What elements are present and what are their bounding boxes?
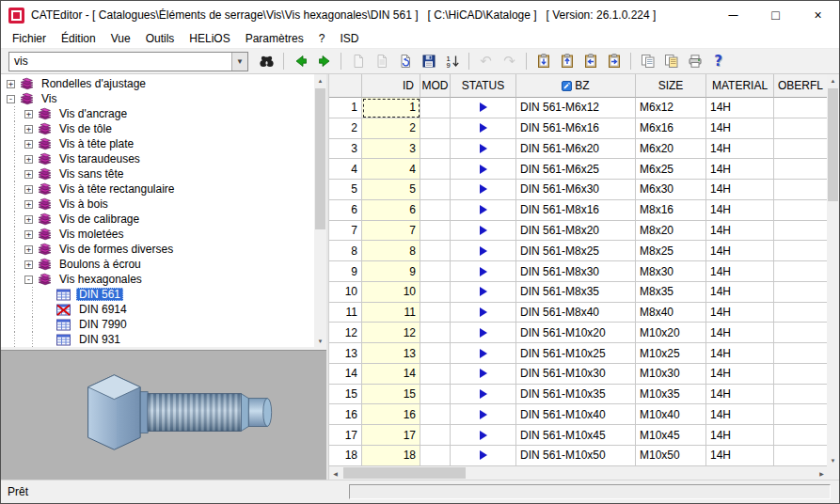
cell-bz[interactable]: DIN 561-M10x35 <box>516 385 636 405</box>
cell-material[interactable]: 14H <box>706 241 774 261</box>
row-number-cell[interactable]: 3 <box>329 139 362 160</box>
cell-oberfl[interactable] <box>774 200 828 221</box>
row-number-cell[interactable]: 14 <box>329 364 362 385</box>
sort-button[interactable]: 19 <box>441 51 463 71</box>
cell-bz[interactable]: DIN 561-M8x40 <box>516 303 636 323</box>
undo-button[interactable]: ↶ <box>475 51 497 71</box>
hscrollbar-thumb[interactable] <box>343 467 466 479</box>
cell-material[interactable]: 14H <box>706 98 774 118</box>
cell-id[interactable]: 7 <box>362 221 420 242</box>
cell-bz[interactable]: DIN 561-M6x12 <box>516 98 636 118</box>
expand-icon[interactable]: + <box>24 200 33 209</box>
row-number-cell[interactable]: 15 <box>329 385 362 405</box>
cell-status[interactable] <box>451 159 516 180</box>
cell-material[interactable]: 14H <box>706 139 774 160</box>
cell-size[interactable]: M6x16 <box>636 118 706 139</box>
cell-mod[interactable] <box>420 282 451 303</box>
row-number-cell[interactable]: 18 <box>329 446 362 466</box>
expand-icon[interactable]: + <box>24 260 33 269</box>
collapse-icon[interactable]: - <box>7 95 15 103</box>
nav-forward-button[interactable] <box>313 51 335 71</box>
dropdown-arrow-icon[interactable]: ▼ <box>231 53 247 71</box>
expand-icon[interactable]: + <box>24 245 33 254</box>
open-table-button[interactable] <box>371 51 392 71</box>
tree-item[interactable]: +Vis de formes diverses <box>1 242 314 257</box>
cell-mod[interactable] <box>420 139 451 160</box>
cell-size[interactable]: M8x20 <box>636 221 706 242</box>
cell-material[interactable]: 14H <box>706 404 774 425</box>
row-number-cell[interactable]: 12 <box>329 323 362 343</box>
expand-icon[interactable]: + <box>24 230 33 239</box>
cell-mod[interactable] <box>420 303 451 323</box>
cell-material[interactable]: 14H <box>706 364 774 385</box>
cell-material[interactable]: 14H <box>706 180 774 200</box>
menu-item-edition[interactable]: Édition <box>54 30 103 47</box>
cell-status[interactable] <box>451 425 516 446</box>
column-header-size[interactable]: SIZE <box>636 74 706 98</box>
tree-scrollbar-track[interactable] <box>314 87 326 335</box>
paste-append-button[interactable] <box>556 51 578 71</box>
hscrollbar-track[interactable] <box>341 466 816 480</box>
cell-size[interactable]: M8x35 <box>636 282 706 303</box>
cell-mod[interactable] <box>420 385 451 405</box>
reload-table-button[interactable] <box>394 51 416 71</box>
cell-status[interactable] <box>451 323 516 343</box>
cell-id[interactable]: 12 <box>362 323 420 343</box>
cell-material[interactable]: 14H <box>706 282 774 303</box>
cell-bz[interactable]: DIN 561-M10x40 <box>516 404 636 425</box>
cell-size[interactable]: M8x25 <box>636 241 706 261</box>
cell-id[interactable]: 5 <box>362 180 420 200</box>
print-button[interactable] <box>684 51 705 71</box>
cell-material[interactable]: 14H <box>706 323 774 343</box>
cell-size[interactable]: M10x30 <box>636 364 706 385</box>
menu-item-outils[interactable]: Outils <box>138 30 182 47</box>
cell-oberfl[interactable] <box>774 241 828 261</box>
column-header-mod[interactable]: MOD <box>420 74 451 98</box>
cell-bz[interactable]: DIN 561-M8x30 <box>516 261 636 282</box>
row-number-cell[interactable]: 5 <box>329 180 362 200</box>
row-number-cell[interactable]: 11 <box>329 303 362 323</box>
cell-size[interactable]: M10x45 <box>636 425 706 446</box>
vscrollbar-thumb[interactable] <box>828 88 838 201</box>
tree-item[interactable]: +Vis de calibrage <box>1 212 314 227</box>
cell-mod[interactable] <box>420 364 451 385</box>
cell-material[interactable]: 14H <box>706 425 774 446</box>
cell-oberfl[interactable] <box>774 425 828 446</box>
row-number-cell[interactable]: 10 <box>329 282 362 303</box>
menu-item-help[interactable]: ? <box>311 30 333 47</box>
cell-mod[interactable] <box>420 241 451 261</box>
new-table-button[interactable] <box>347 51 369 71</box>
tree-item[interactable]: +Vis sans tête <box>1 166 314 181</box>
cell-id[interactable]: 3 <box>362 139 420 160</box>
cell-material[interactable]: 14H <box>706 200 774 221</box>
cell-oberfl[interactable] <box>774 323 828 343</box>
column-header-oberfl[interactable]: OBERFL <box>774 74 828 98</box>
expand-icon[interactable]: + <box>24 110 33 118</box>
cell-material[interactable]: 14H <box>706 221 774 242</box>
cell-id[interactable]: 9 <box>362 261 420 282</box>
tree-item[interactable]: +Boulons à écrou <box>1 257 314 272</box>
tree-item[interactable]: +Rondelles d'ajustage <box>1 76 314 91</box>
tree-item[interactable]: 5 13">DIN 931 <box>1 332 314 347</box>
cell-bz[interactable]: DIN 561-M8x16 <box>516 200 636 221</box>
cell-material[interactable]: 14H <box>706 385 774 405</box>
tree-item[interactable]: 5 13">DIN 7990 <box>1 317 314 332</box>
cell-size[interactable]: M10x40 <box>636 404 706 425</box>
redo-button[interactable]: ↷ <box>499 51 520 71</box>
cell-mod[interactable] <box>420 323 451 343</box>
scroll-up-icon[interactable]: ▲ <box>314 74 326 87</box>
cell-bz[interactable]: DIN 561-M10x20 <box>516 323 636 343</box>
cell-size[interactable]: M8x40 <box>636 303 706 323</box>
expand-icon[interactable]: + <box>24 170 33 179</box>
cell-status[interactable] <box>451 200 516 221</box>
tree-item[interactable]: 5 13">DIN 561 <box>1 287 314 302</box>
cell-mod[interactable] <box>420 98 451 118</box>
cell-bz[interactable]: DIN 561-M6x25 <box>516 159 636 180</box>
cell-bz[interactable]: DIN 561-M6x30 <box>516 180 636 200</box>
cell-bz[interactable]: DIN 561-M8x35 <box>516 282 636 303</box>
cell-id[interactable]: 4 <box>362 159 420 180</box>
scroll-left-icon[interactable]: ◀ <box>329 466 341 480</box>
cell-oberfl[interactable] <box>774 282 828 303</box>
cell-status[interactable] <box>451 139 516 160</box>
scroll-down-icon[interactable]: ▼ <box>827 454 839 466</box>
